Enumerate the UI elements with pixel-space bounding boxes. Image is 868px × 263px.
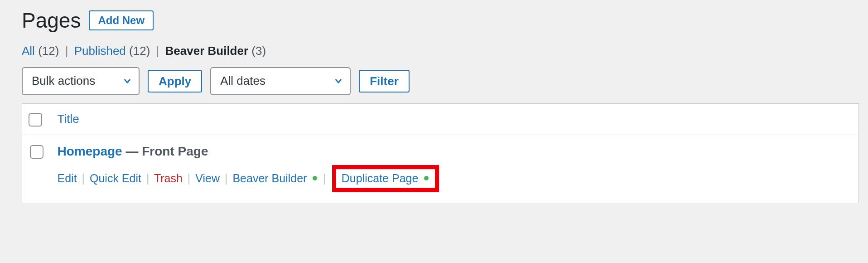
column-title-header[interactable]: Title	[51, 103, 859, 135]
trash-link[interactable]: Trash	[154, 172, 183, 185]
quick-edit-link[interactable]: Quick Edit	[90, 172, 141, 185]
table-row: Homepage — Front Page Edit | Quick Edit …	[22, 135, 859, 203]
view-link[interactable]: View	[195, 172, 220, 185]
chevron-down-icon	[122, 76, 132, 86]
dates-select[interactable]: All dates	[210, 67, 351, 95]
dates-label: All dates	[220, 74, 265, 88]
add-new-button[interactable]: Add New	[89, 10, 154, 30]
page-title: Pages	[22, 9, 81, 32]
status-dot-icon	[424, 176, 429, 180]
row-actions: Edit | Quick Edit | Trash | View | Beave…	[58, 165, 853, 192]
chevron-down-icon	[333, 76, 343, 86]
filter-separator: |	[65, 44, 68, 58]
bulk-actions-select[interactable]: Bulk actions	[22, 67, 140, 95]
filter-beaver-link[interactable]: Beaver Builder	[165, 44, 249, 58]
pages-table: Title Homepage — Front Page Edit | Quick…	[22, 103, 859, 203]
bulk-actions-label: Bulk actions	[32, 74, 95, 88]
row-checkbox[interactable]	[30, 145, 43, 159]
status-dot-icon	[313, 176, 317, 180]
apply-button[interactable]: Apply	[148, 70, 202, 93]
duplicate-page-link[interactable]: Duplicate Page	[342, 172, 419, 185]
filter-all-count: (12)	[38, 44, 59, 58]
filter-separator: |	[156, 44, 159, 58]
filter-published-count: (12)	[129, 44, 150, 58]
select-all-checkbox[interactable]	[29, 113, 42, 127]
beaver-builder-link[interactable]: Beaver Builder	[232, 172, 307, 185]
duplicate-highlight: Duplicate Page	[332, 165, 439, 192]
filter-beaver-count: (3)	[251, 44, 266, 58]
row-title-suffix: — Front Page	[122, 144, 208, 158]
edit-link[interactable]: Edit	[58, 172, 77, 185]
row-title-link[interactable]: Homepage	[58, 144, 122, 158]
filter-published-link[interactable]: Published	[74, 44, 126, 58]
status-filters: All (12) | Published (12) | Beaver Build…	[22, 44, 859, 58]
select-all-header	[22, 103, 51, 135]
column-title-sort-link[interactable]: Title	[58, 112, 79, 126]
filter-all-link[interactable]: All	[22, 44, 35, 58]
filter-button[interactable]: Filter	[359, 70, 410, 93]
